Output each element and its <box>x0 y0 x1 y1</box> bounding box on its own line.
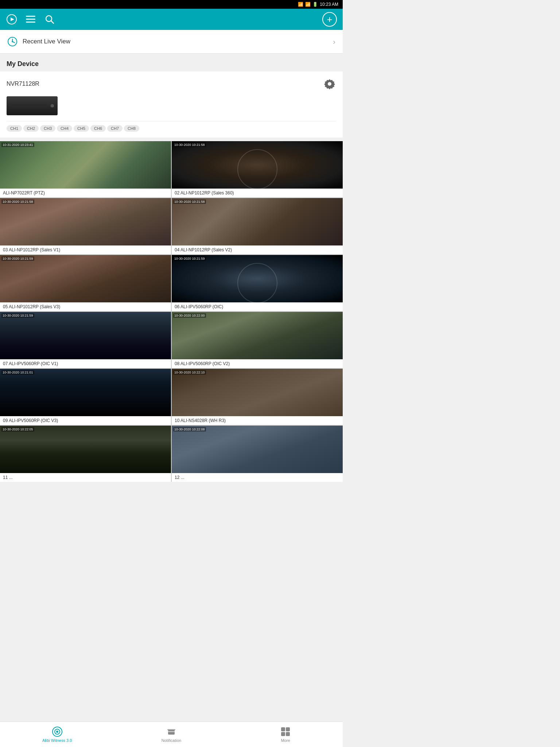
camera-timestamp-7: 10-30-2020 10:21:59 <box>1 313 34 318</box>
recent-live-view-row[interactable]: Recent Live View › <box>0 30 343 54</box>
device-header: NVR71128R <box>7 77 336 90</box>
camera-thumbnail-2 <box>172 141 343 189</box>
camera-thumbnail-5 <box>0 255 171 302</box>
camera-thumbnail-3 <box>0 198 171 245</box>
camera-thumbnail-8 <box>172 312 343 359</box>
camera-label-8: 08 ALI-IPV5060RP (OIC V2) <box>172 359 343 368</box>
channel-chip: CH6 <box>90 125 106 132</box>
camera-cell-6[interactable]: 10-30-2020 10:21:5906 ALI-IPV5060RP (OIC… <box>172 255 343 311</box>
camera-thumbnail-1 <box>0 141 171 189</box>
channel-chip: CH8 <box>124 125 139 132</box>
camera-cell-1[interactable]: 10-31-2020 10:23:41ALI-NP7022RT (PTZ) <box>0 141 171 197</box>
battery-icon: 🔋 <box>312 2 318 7</box>
camera-thumbnail-12 <box>172 426 343 473</box>
camera-label-6: 06 ALI-IPV5060RP (OIC) <box>172 302 343 311</box>
wifi-icon: 📶 <box>305 2 311 7</box>
device-image <box>7 96 58 115</box>
svg-point-12 <box>328 82 331 86</box>
camera-label-2: 02 ALI-NP1012RP (Sales 360) <box>172 189 343 197</box>
camera-timestamp-10: 10-30-2020 10:22:10 <box>173 370 206 375</box>
nav-left-icons <box>6 13 55 25</box>
camera-label-11: 11 ... <box>0 473 171 482</box>
camera-label-7: 07 ALI-IPV5060RP (OIC V1) <box>0 359 171 368</box>
camera-timestamp-1: 10-31-2020 10:23:41 <box>1 143 34 147</box>
device-card: NVR71128R CH1 CH2 CH3 CH4 CH5 CH6 CH7 <box>0 71 343 138</box>
camera-label-12: 12 ... <box>172 473 343 482</box>
channel-chip: CH4 <box>57 125 72 132</box>
svg-point-10 <box>12 41 13 42</box>
camera-timestamp-6: 10-30-2020 10:21:59 <box>173 256 206 261</box>
camera-thumbnail-4 <box>172 198 343 245</box>
channel-chip: CH7 <box>107 125 122 132</box>
my-device-section-title: My Device <box>0 54 343 71</box>
camera-timestamp-3: 10-30-2020 10:21:58 <box>1 200 34 204</box>
camera-thumbnail-9 <box>0 369 171 416</box>
camera-grid: 10-31-2020 10:23:41ALI-NP7022RT (PTZ)10-… <box>0 141 343 482</box>
bluetooth-icon: 📶 <box>298 2 303 7</box>
camera-cell-2[interactable]: 10-30-2020 10:21:5802 ALI-NP1012RP (Sale… <box>172 141 343 197</box>
camera-label-1: ALI-NP7022RT (PTZ) <box>0 189 171 197</box>
channel-chip: CH3 <box>40 125 55 132</box>
camera-label-4: 04 ALI-NP1012RP (Sales V2) <box>172 245 343 254</box>
camera-cell-9[interactable]: 10-30-2020 10:21:0109 ALI-IPV5060RP (OIC… <box>0 369 171 425</box>
main-content: Recent Live View › My Device NVR71128R C… <box>0 30 343 511</box>
device-name: NVR71128R <box>7 81 39 87</box>
camera-timestamp-11: 10-30-2020 10:22:05 <box>1 427 34 431</box>
status-bar: 📶 📶 🔋 10:23 AM <box>0 0 343 9</box>
camera-cell-12[interactable]: 10-30-2020 10:22:0812 ... <box>172 426 343 482</box>
camera-cell-4[interactable]: 10-30-2020 10:21:5804 ALI-NP1012RP (Sale… <box>172 198 343 254</box>
camera-cell-3[interactable]: 10-30-2020 10:21:5803 ALI-NP1012RP (Sale… <box>0 198 171 254</box>
search-button[interactable] <box>44 13 55 25</box>
device-channels-row: CH1 CH2 CH3 CH4 CH5 CH6 CH7 CH8 <box>7 121 336 132</box>
chevron-right-icon: › <box>333 38 335 46</box>
add-device-button[interactable]: + <box>322 12 337 27</box>
camera-cell-7[interactable]: 10-30-2020 10:21:5907 ALI-IPV5060RP (OIC… <box>0 312 171 368</box>
channel-chip: CH5 <box>74 125 89 132</box>
camera-timestamp-4: 10-30-2020 10:21:58 <box>173 200 206 204</box>
channel-chip: CH1 <box>7 125 22 132</box>
camera-cell-10[interactable]: 10-30-2020 10:22:1010 ALI-NS4028R (WH R3… <box>172 369 343 425</box>
menu-button[interactable] <box>25 13 36 25</box>
camera-thumbnail-10 <box>172 369 343 416</box>
time-display: 10:23 AM <box>320 2 338 7</box>
camera-cell-5[interactable]: 10-30-2020 10:21:5905 ALI-NP1012RP (Sale… <box>0 255 171 311</box>
camera-thumbnail-6 <box>172 255 343 302</box>
device-settings-icon[interactable] <box>323 77 336 90</box>
camera-timestamp-2: 10-30-2020 10:21:58 <box>173 143 206 147</box>
camera-thumbnail-7 <box>0 312 171 359</box>
top-navigation-bar: + <box>0 9 343 30</box>
camera-label-5: 05 ALI-NP1012RP (Sales V3) <box>0 302 171 311</box>
svg-line-6 <box>51 21 54 23</box>
camera-timestamp-12: 10-30-2020 10:22:08 <box>173 427 206 431</box>
camera-label-9: 09 ALI-IPV5060RP (OIC V3) <box>0 416 171 425</box>
camera-timestamp-5: 10-30-2020 10:21:59 <box>1 256 34 261</box>
camera-cell-11[interactable]: 10-30-2020 10:22:0511 ... <box>0 426 171 482</box>
recent-live-view-label: Recent Live View <box>23 38 333 45</box>
svg-rect-2 <box>26 16 35 17</box>
camera-label-3: 03 ALI-NP1012RP (Sales V1) <box>0 245 171 254</box>
camera-timestamp-9: 10-30-2020 10:21:01 <box>1 370 34 375</box>
clock-icon <box>7 36 18 47</box>
play-button[interactable] <box>6 13 18 25</box>
camera-label-10: 10 ALI-NS4028R (WH R3) <box>172 416 343 425</box>
camera-thumbnail-11 <box>0 426 171 473</box>
svg-marker-1 <box>11 18 14 21</box>
status-icons: 📶 📶 🔋 10:23 AM <box>298 2 338 7</box>
svg-rect-3 <box>26 19 35 20</box>
camera-timestamp-8: 10-30-2020 10:22:00 <box>173 313 206 318</box>
channel-chip: CH2 <box>23 125 39 132</box>
camera-cell-8[interactable]: 10-30-2020 10:22:0008 ALI-IPV5060RP (OIC… <box>172 312 343 368</box>
svg-rect-4 <box>26 22 35 23</box>
